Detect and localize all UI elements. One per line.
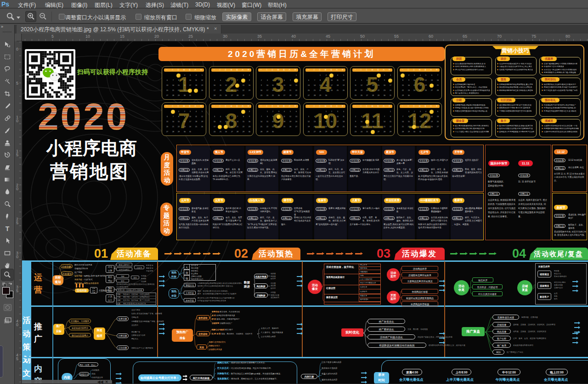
svg-text:T: T	[6, 225, 10, 232]
